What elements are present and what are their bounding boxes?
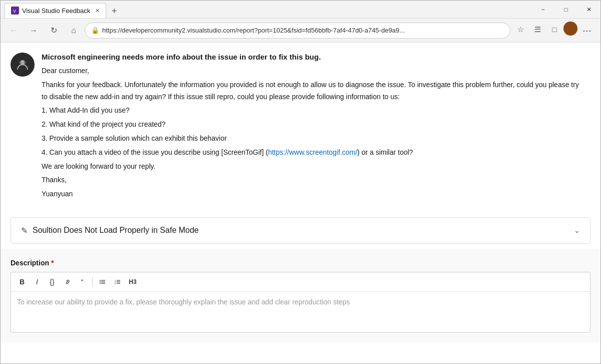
title-bar: V Visual Studio Feedback ✕ + − □ ✕ bbox=[1, 1, 600, 19]
unordered-list-button[interactable] bbox=[96, 275, 110, 288]
feedback-title: Microsoft engineering needs more info ab… bbox=[42, 53, 585, 61]
svg-point-4 bbox=[24, 62, 26, 64]
toolbar-separator bbox=[92, 277, 93, 286]
collections-icon[interactable]: □ bbox=[546, 22, 562, 38]
address-bar: ← → ↻ ⌂ 🔒 https://developercommunity2.vi… bbox=[1, 19, 600, 43]
close-button[interactable]: ✕ bbox=[577, 1, 600, 19]
description-section: Description * B I {} “ bbox=[1, 249, 600, 342]
address-input[interactable]: 🔒 https://developercommunity2.visualstud… bbox=[85, 23, 510, 39]
active-tab[interactable]: V Visual Studio Feedback ✕ bbox=[5, 3, 106, 18]
closing: We are looking forward to your reply. bbox=[42, 161, 585, 173]
browser-window: V Visual Studio Feedback ✕ + − □ ✕ ← → ↻… bbox=[0, 0, 601, 364]
description-editor: B I {} “ 1.2.3. H bbox=[11, 272, 590, 332]
lock-icon: 🔒 bbox=[91, 27, 99, 34]
feedback-body: Microsoft engineering needs more info ab… bbox=[42, 53, 585, 202]
signature: Yuanyuan bbox=[42, 188, 585, 200]
heading-button[interactable]: H3 bbox=[126, 275, 140, 288]
edit-icon: ✎ bbox=[21, 226, 28, 235]
issue-header[interactable]: ✎ Soultion Does Not Load Properly in Saf… bbox=[11, 218, 590, 243]
list-item-2: 2. What kind of the project you created? bbox=[42, 119, 585, 131]
svg-point-8 bbox=[100, 280, 101, 281]
window-controls: − □ ✕ bbox=[531, 1, 600, 19]
favorites-icon[interactable]: ☆ bbox=[512, 22, 528, 38]
svg-text:V: V bbox=[13, 9, 16, 14]
more-options-button[interactable]: ⋯ bbox=[578, 22, 596, 40]
page-content: Microsoft engineering needs more info ab… bbox=[1, 43, 600, 363]
tab-title: Visual Studio Feedback bbox=[22, 7, 90, 15]
list-item-4: 4. Can you attach a video of the issue y… bbox=[42, 147, 585, 159]
url-text: https://developercommunity2.visualstudio… bbox=[102, 27, 504, 34]
quote-button[interactable]: “ bbox=[75, 275, 89, 288]
chevron-down-icon: ⌄ bbox=[574, 226, 580, 234]
paragraph1: Thanks for your feedback. Unfortunately … bbox=[42, 79, 585, 103]
link-button[interactable] bbox=[60, 275, 74, 288]
svg-point-9 bbox=[100, 281, 101, 282]
feedback-section: Microsoft engineering needs more info ab… bbox=[1, 43, 600, 212]
required-indicator: * bbox=[51, 259, 54, 267]
italic-button[interactable]: I bbox=[30, 275, 44, 288]
svg-point-10 bbox=[100, 283, 101, 284]
greeting: Dear customer, bbox=[42, 65, 585, 77]
home-button[interactable]: ⌂ bbox=[65, 22, 83, 40]
address-actions: ☆ ☰ □ ⋯ bbox=[512, 22, 596, 40]
svg-text:3.: 3. bbox=[115, 282, 116, 284]
back-button[interactable]: ← bbox=[5, 22, 23, 40]
feedback-text: Dear customer, Thanks for your feedback.… bbox=[42, 65, 585, 200]
feedback-header: Microsoft engineering needs more info ab… bbox=[11, 53, 585, 202]
issue-title: ✎ Soultion Does Not Load Properly in Saf… bbox=[21, 226, 199, 235]
screentogif-link[interactable]: https://www.screentogif.com/ bbox=[268, 148, 357, 156]
svg-point-3 bbox=[19, 62, 21, 64]
description-label: Description * bbox=[11, 259, 590, 267]
refresh-button[interactable]: ↻ bbox=[45, 22, 63, 40]
list-item-1: 1. What Add-In did you use? bbox=[42, 105, 585, 117]
ms-avatar bbox=[11, 53, 35, 77]
maximize-button[interactable]: □ bbox=[554, 1, 577, 19]
user-avatar[interactable] bbox=[563, 22, 577, 36]
code-button[interactable]: {} bbox=[45, 275, 59, 288]
tab-close-button[interactable]: ✕ bbox=[95, 8, 100, 14]
new-tab-button[interactable]: + bbox=[107, 4, 121, 18]
tab-favicon: V bbox=[11, 7, 19, 15]
editor-toolbar: B I {} “ 1.2.3. H bbox=[11, 272, 590, 292]
tab-area: V Visual Studio Feedback ✕ + bbox=[5, 1, 121, 18]
bold-button[interactable]: B bbox=[15, 275, 29, 288]
forward-button[interactable]: → bbox=[25, 22, 43, 40]
minimize-button[interactable]: − bbox=[531, 1, 554, 19]
issue-title-text: Soultion Does Not Load Properly in Safe … bbox=[33, 226, 199, 235]
editor-placeholder[interactable]: To increase our ability to provide a fix… bbox=[11, 292, 590, 332]
list-item-3: 3. Provide a sample solution which can e… bbox=[42, 133, 585, 145]
reading-list-icon[interactable]: ☰ bbox=[529, 22, 545, 38]
ordered-list-button[interactable]: 1.2.3. bbox=[111, 275, 125, 288]
thanks: Thanks, bbox=[42, 174, 585, 186]
issue-section: ✎ Soultion Does Not Load Properly in Saf… bbox=[11, 217, 590, 244]
